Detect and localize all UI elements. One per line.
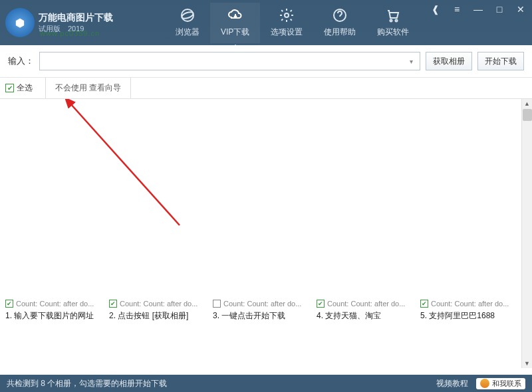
annotation-arrow	[60, 99, 206, 232]
checkbox-icon[interactable]: ✔	[317, 300, 325, 308]
window-controls: ❰ ≡ — □ ✕	[430, 4, 527, 15]
nav-browser[interactable]: 浏览器	[165, 3, 210, 43]
contact-icon	[480, 379, 489, 388]
checkbox-icon[interactable]: ✔	[420, 300, 428, 308]
album-thumbnails: ✔Count: Count: after do... 1. 输入要下载图片的网址…	[5, 300, 519, 322]
guide-link[interactable]: 不会使用 查看向导	[45, 78, 131, 98]
thumb-caption: 3. 一键点击开始下载	[213, 310, 311, 322]
scroll-down-icon[interactable]: ▼	[522, 359, 532, 368]
nav-label: 选项设置	[271, 27, 303, 38]
gear-icon	[278, 7, 295, 24]
url-input[interactable]	[44, 56, 407, 66]
chevron-down-icon[interactable]: ▾	[407, 58, 416, 65]
album-item[interactable]: ✔Count: Count: after do... 2. 点击按钮 [获取相册…	[109, 300, 207, 322]
album-item[interactable]: ✔Count: Count: after do... 4. 支持天猫、淘宝	[317, 300, 415, 322]
nav-label: VIP下载	[221, 27, 249, 38]
app-logo-icon: ⬢	[5, 8, 35, 37]
select-all-checkbox[interactable]: ✔ 全选	[5, 82, 45, 94]
content-area: ✔Count: Count: after do... 1. 输入要下载图片的网址…	[0, 99, 532, 368]
select-all-label: 全选	[17, 82, 33, 94]
thumb-meta: Count: Count: after do...	[431, 300, 509, 308]
scroll-up-icon[interactable]: ▲	[522, 99, 532, 108]
checkbox-icon[interactable]: ✔	[109, 300, 117, 308]
title-bar: ⬢ 万能电商图片下载 试用版 2019 www.pc0359.cn 浏览器 VI…	[0, 0, 532, 45]
thumb-caption: 5. 支持阿里巴巴1688	[420, 310, 519, 322]
vertical-scrollbar[interactable]: ▲ ▼	[521, 99, 532, 368]
input-bar: 输入： ▾ 获取相册 开始下载	[0, 45, 532, 78]
cart-icon	[384, 7, 402, 24]
nav-settings[interactable]: 选项设置	[260, 3, 313, 43]
maximize-button[interactable]: □	[493, 4, 505, 15]
status-bar: 共检测到 8 个相册，勾选需要的相册开始下载 视频教程 和我联系	[0, 375, 532, 392]
tutorial-link[interactable]: 视频教程	[436, 378, 468, 389]
nav-help[interactable]: 使用帮助	[313, 3, 366, 43]
thumb-caption: 4. 支持天猫、淘宝	[317, 310, 415, 322]
checkbox-icon[interactable]: ✔	[213, 300, 221, 308]
logo-area: ⬢ 万能电商图片下载 试用版 2019 www.pc0359.cn	[5, 8, 158, 37]
contact-button[interactable]: 和我联系	[476, 378, 525, 389]
fetch-album-button[interactable]: 获取相册	[426, 52, 472, 70]
thumb-meta: Count: Count: after do...	[120, 300, 198, 308]
contact-label: 和我联系	[492, 379, 521, 389]
album-item[interactable]: ✔Count: Count: after do... 3. 一键点击开始下载	[213, 300, 311, 322]
cloud-download-icon	[227, 7, 244, 24]
nav-label: 使用帮助	[324, 27, 356, 38]
svg-point-5	[396, 19, 398, 21]
nav-label: 购买软件	[377, 27, 409, 38]
main-nav: 浏览器 VIP下载 选项设置 使用帮助 购买软件	[165, 3, 420, 43]
watermark-text: www.pc0359.cn	[40, 29, 100, 37]
thumb-meta: Count: Count: after do...	[223, 300, 301, 308]
url-input-container: ▾	[39, 52, 420, 70]
album-item[interactable]: ✔Count: Count: after do... 5. 支持阿里巴巴1688	[420, 300, 519, 322]
status-text: 共检测到 8 个相册，勾选需要的相册开始下载	[7, 378, 167, 389]
nav-label: 浏览器	[176, 27, 200, 38]
checkbox-icon[interactable]: ✔	[5, 300, 13, 308]
secondary-toolbar: ✔ 全选 不会使用 查看向导	[0, 78, 532, 99]
minimize-button[interactable]: —	[472, 4, 484, 15]
help-icon	[331, 7, 348, 24]
thumb-meta: Count: Count: after do...	[327, 300, 405, 308]
thumb-caption: 1. 输入要下载图片的网址	[5, 310, 104, 322]
app-title: 万能电商图片下载	[39, 12, 113, 24]
nav-vip-download[interactable]: VIP下载	[210, 3, 260, 43]
close-button[interactable]: ✕	[515, 4, 527, 15]
share-icon[interactable]: ❰	[430, 4, 442, 15]
album-item[interactable]: ✔Count: Count: after do... 1. 输入要下载图片的网址	[5, 300, 104, 322]
thumb-caption: 2. 点击按钮 [获取相册]	[109, 310, 207, 322]
svg-point-4	[390, 19, 392, 21]
svg-point-2	[285, 13, 289, 17]
svg-line-6	[70, 103, 180, 225]
menu-icon[interactable]: ≡	[451, 4, 463, 15]
thumb-meta: Count: Count: after do...	[16, 300, 94, 308]
scroll-thumb[interactable]	[523, 109, 532, 121]
input-label: 输入：	[8, 55, 34, 67]
ie-icon	[179, 7, 196, 24]
nav-buy[interactable]: 购买软件	[366, 3, 420, 43]
start-download-button[interactable]: 开始下载	[477, 52, 524, 70]
checkmark-icon: ✔	[5, 84, 14, 92]
